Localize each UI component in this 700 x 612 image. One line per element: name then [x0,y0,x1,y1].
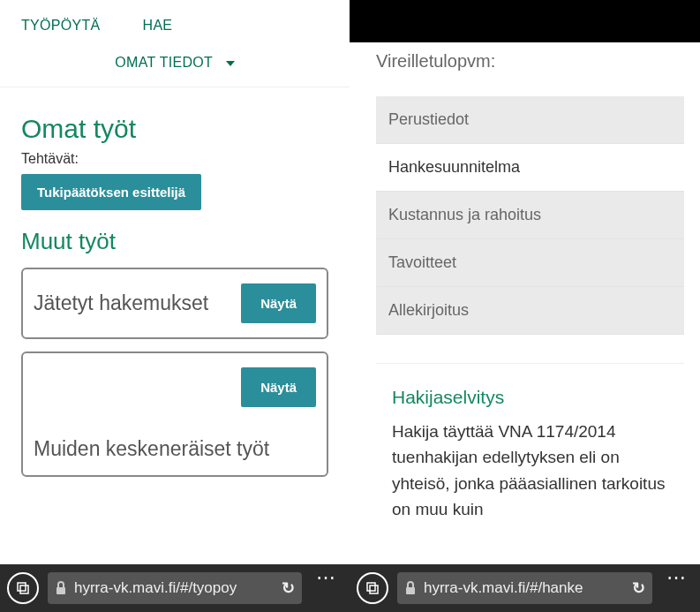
section-title: Hakijaselvitys [392,387,668,408]
heading-other-work: Muut työt [21,228,337,255]
svg-rect-3 [367,583,375,591]
menu-button[interactable]: ⋯ [311,566,342,589]
card-submitted-applications: Jätetyt hakemukset Näytä [21,268,328,339]
url-text: hyrra-vk.mavi.fi/#/hanke [424,579,625,597]
url-text: hyrra-vk.mavi.fi/#/tyopoy [74,579,275,597]
svg-rect-5 [406,587,415,594]
content-left: TYÖPÖYTÄ HAE OMAT TIEDOT Omat työt Tehtä… [0,0,350,564]
nav-search[interactable]: HAE [122,7,194,44]
svg-rect-1 [20,586,28,593]
tab-allekirjoitus[interactable]: Allekirjoitus [376,287,684,335]
heading-own-work: Omat työt [21,114,337,144]
lock-icon [404,581,417,595]
top-nav: TYÖPÖYTÄ HAE OMAT TIEDOT [0,0,350,87]
card2-title: Muiden keskeneräiset työt [34,437,316,461]
lock-icon [55,581,67,595]
chevron-down-icon [226,61,235,66]
nav-own-info[interactable]: OMAT TIEDOT [94,44,255,81]
browser-bar-left: hyrra-vk.mavi.fi/#/tyopoy ↻ ⋯ [0,564,350,612]
reload-icon[interactable]: ↻ [282,578,295,598]
tab-tavoitteet[interactable]: Tavoitteet [376,239,684,287]
tabs-button[interactable] [7,572,39,604]
phone-left: TYÖPÖYTÄ HAE OMAT TIEDOT Omat työt Tehtä… [0,0,350,612]
tabs-icon [365,580,380,596]
tab-perustiedot[interactable]: Perustiedot [376,96,684,144]
svg-rect-0 [18,583,26,591]
tab-hankesuunnitelma[interactable]: Hankesuunnitelma [376,144,684,192]
card1-title: Jätetyt hakemukset [34,291,208,315]
tab-kustannus-rahoitus[interactable]: Kustannus ja rahoitus [376,192,684,239]
nav-own-info-label: OMAT TIEDOT [115,55,213,70]
tabs: Perustiedot Hankesuunnitelma Kustannus j… [376,96,684,335]
card1-show-button[interactable]: Näytä [241,283,316,323]
field-vireilletulopvm-label: Vireilletulopvm: [376,51,684,72]
section-text: Hakija täyttää VNA 1174/2014 tuenhakijan… [392,419,668,523]
tasks-label: Tehtävät: [21,151,337,167]
card-others-in-progress: Näytä Muiden keskeneräiset työt [21,351,328,477]
status-bar-black [350,0,700,42]
nav-desktop[interactable]: TYÖPÖYTÄ [0,7,122,44]
svg-rect-4 [370,586,378,593]
url-box[interactable]: hyrra-vk.mavi.fi/#/hanke ↻ [397,572,652,604]
phone-right: Vireilletulopvm: Perustiedot Hankesuunni… [350,0,700,612]
browser-bar-right: hyrra-vk.mavi.fi/#/hanke ↻ ⋯ [350,564,700,612]
reload-icon[interactable]: ↻ [632,578,645,598]
svg-rect-2 [56,587,65,594]
tabs-button[interactable] [357,572,388,604]
content-right: Vireilletulopvm: Perustiedot Hankesuunni… [350,0,700,564]
section-hakijaselvitys: Hakijaselvitys Hakija täyttää VNA 1174/2… [376,363,684,523]
menu-button[interactable]: ⋯ [661,566,693,589]
card2-show-button[interactable]: Näytä [241,367,316,407]
main-left: Omat työt Tehtävät: Tukipäätöksen esitte… [0,87,350,498]
tabs-icon [15,580,31,596]
url-box[interactable]: hyrra-vk.mavi.fi/#/tyopoy ↻ [48,572,302,604]
task-presenter-button[interactable]: Tukipäätöksen esittelijä [21,174,201,210]
